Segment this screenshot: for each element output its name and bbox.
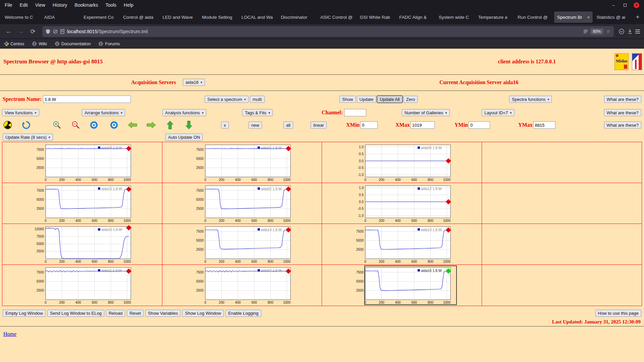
number-of-galleries-dropdown[interactable]: Number of Galleries▾ [402, 109, 450, 116]
reader-mode-icon[interactable] [583, 29, 588, 34]
browser-tab-14[interactable]: Spectrum Br× [554, 11, 593, 23]
bookmark-centos[interactable]: Centos [5, 41, 24, 46]
what-are-these-button[interactable]: What are these? [604, 109, 641, 116]
what-are-these-button[interactable]: What are these? [604, 96, 641, 103]
gallery-cell-aida14[interactable]: 25005000750002004006008001000aida14 1.8.… [162, 224, 322, 265]
new-tab-button[interactable]: + [633, 12, 643, 22]
bookmark-forums[interactable]: Forums [99, 41, 120, 46]
arrange-functions-dropdown[interactable]: Arrange functions▾ [82, 109, 125, 116]
spectrum-chart-aida11[interactable]: 25005000750002004006008001000aida11 1.8.… [27, 265, 138, 305]
new-button[interactable]: new [249, 122, 262, 129]
empty-log-window-button[interactable]: Empty Log Window [3, 310, 46, 317]
xmin-input[interactable] [360, 121, 378, 129]
browser-tab-6[interactable]: LOCAL and Wa [238, 11, 277, 23]
shield-icon[interactable] [46, 29, 50, 34]
menu-history[interactable]: History [53, 2, 67, 8]
send-log-window-to-elog-button[interactable]: Send Log Window to ELog [47, 310, 104, 317]
gallery-cell-aida10[interactable]: 2500500075001000002004006008001000aida10… [2, 224, 162, 265]
spectrum-chart-aida10[interactable]: 2500500075001000002004006008001000aida10… [27, 225, 138, 264]
update-rate-dropdown[interactable]: Update Rate (8 secs)▾ [3, 134, 53, 141]
browser-tab-5[interactable]: Module Setting [199, 11, 238, 23]
all-button[interactable]: all [283, 122, 293, 129]
update-button[interactable]: Update [357, 96, 376, 103]
maximize-button[interactable] [622, 3, 628, 8]
expand-y-icon[interactable] [90, 121, 98, 129]
menu-bookmarks[interactable]: Bookmarks [74, 2, 98, 8]
shrink-y-icon[interactable] [110, 121, 118, 129]
browser-tab-4[interactable]: LED and Wave [160, 11, 199, 23]
spectrum-chart-aida02[interactable]: 25005000750002004006008001000aida02 1.8.… [186, 184, 297, 223]
gallery-cell-aida05[interactable]: -1.0-0.50.00.51.002004006008001000aida05… [322, 142, 482, 183]
menu-file[interactable]: File [5, 2, 12, 8]
back-button[interactable]: ← [4, 27, 13, 36]
spectrum-chart-aida01[interactable]: 25005000750002004006008001000aida01 1.8.… [186, 143, 297, 182]
download-icon[interactable] [627, 29, 633, 34]
show-button[interactable]: Show [339, 96, 356, 103]
close-button[interactable]: × [634, 2, 639, 8]
tab-close-icon[interactable]: × [585, 15, 590, 20]
select-a-spectrum-dropdown[interactable]: Select a spectrum▾ [205, 96, 249, 103]
browser-tab-15[interactable]: Statistics @ ai [593, 11, 632, 23]
spectrum-chart-aida14[interactable]: 25005000750002004006008001000aida14 1.8.… [186, 225, 297, 264]
gallery-cell-aida13[interactable]: 25005000750002004006008001000aida13 1.8.… [322, 224, 482, 265]
spectrum-chart-aida12[interactable]: -1.0-0.50.00.51.002004006008001000aida12… [346, 184, 457, 223]
gallery-cell-aida15[interactable]: 25005000750002004006008001000aida15 1.8.… [2, 183, 162, 224]
gallery-cell-aida07[interactable]: 25005000750002004006008001000aida07 1.8.… [162, 265, 322, 306]
auto-update-button[interactable]: Auto Update ON [165, 134, 203, 141]
spectrum-chart-aida15[interactable]: 25005000750002004006008001000aida15 1.8.… [27, 184, 138, 223]
linear-button[interactable]: linear [311, 122, 327, 129]
view-functions-dropdown[interactable]: View functions▾ [2, 109, 39, 116]
browser-tab-13[interactable]: Run Control @ [515, 11, 553, 23]
spectrum-chart-aida09[interactable]: 25005000750002004006008001000aida09 1.8.… [27, 143, 138, 182]
gallery-cell-aida12[interactable]: -1.0-0.50.00.51.002004006008001000aida12… [322, 183, 482, 224]
tags-fits-dropdown[interactable]: Tags & Fits▾ [242, 109, 273, 116]
blocked-icon[interactable] [53, 29, 58, 34]
menu-hamburger-icon[interactable] [635, 29, 640, 34]
menu-tools[interactable]: Tools [105, 2, 116, 8]
home-link[interactable]: Home [3, 331, 16, 337]
how-to-use-button[interactable]: How to use this page [595, 310, 641, 317]
gallery-cell-aida16[interactable]: 25005000750002004006008001000aida16 1.8.… [322, 265, 482, 306]
page-icon[interactable] [60, 29, 64, 34]
reload-button[interactable]: Reload [106, 310, 125, 317]
minimize-button[interactable]: – [611, 3, 616, 8]
acquisition-server-select[interactable]: aida16▾ [183, 79, 205, 86]
browser-tab-9[interactable]: GSI White Rab [357, 11, 396, 23]
gallery-cell-aida11[interactable]: 25005000750002004006008001000aida11 1.8.… [2, 265, 162, 306]
url-bar[interactable]: localhost:8015/Spectrum/Spectrum.tml 80%… [42, 26, 614, 37]
scroll-left-icon[interactable] [128, 122, 137, 128]
spectrum-chart-aida05[interactable]: -1.0-0.50.00.51.002004006008001000aida05… [346, 143, 457, 182]
xmax-input[interactable] [411, 121, 435, 129]
show-variables-button[interactable]: Show Variables [145, 310, 180, 317]
forward-button[interactable]: → [16, 27, 25, 36]
analysis-functions-dropdown[interactable]: Analysis functions▾ [162, 109, 206, 116]
gallery-cell-aida01[interactable]: 25005000750002004006008001000aida01 1.8.… [162, 142, 322, 183]
refresh-swirl-icon[interactable] [22, 121, 31, 129]
spectrum-name-input[interactable] [43, 96, 131, 103]
ymin-input[interactable] [469, 121, 490, 129]
bookmark-wiki[interactable]: Wiki [32, 41, 47, 46]
layout-id-dropdown[interactable]: Layout ID=7▾ [482, 109, 515, 116]
zoom-out-icon[interactable] [71, 121, 80, 129]
ymax-input[interactable] [533, 121, 555, 129]
zoom-level-badge[interactable]: 80% [591, 28, 603, 35]
channel-input[interactable] [344, 109, 366, 116]
menu-view[interactable]: View [35, 2, 45, 8]
bookmark-documentation[interactable]: Documentation [55, 41, 91, 46]
gallery-cell-aida02[interactable]: 25005000750002004006008001000aida02 1.8.… [162, 183, 322, 224]
browser-tab-11[interactable]: System wide C [436, 11, 475, 23]
update-all-button[interactable]: Update All [377, 96, 402, 103]
bookmark-star-icon[interactable]: ☆ [606, 28, 610, 35]
reset-button[interactable]: Reset [127, 310, 144, 317]
browser-tab-10[interactable]: FADC Align & [396, 11, 435, 23]
multi-button[interactable]: multi [250, 96, 264, 103]
show-log-window-button[interactable]: Show Log Window [182, 310, 224, 317]
browser-tab-1[interactable]: AIDA [41, 11, 80, 23]
radiation-icon[interactable] [3, 121, 12, 129]
url-text[interactable]: localhost:8015/Spectrum/Spectrum.tml [67, 29, 148, 34]
browser-tab-0[interactable]: Welcome to C [2, 11, 41, 23]
scroll-right-icon[interactable] [147, 122, 156, 128]
spectra-functions-dropdown[interactable]: Spectra functions▾ [509, 96, 552, 103]
spectrum-chart-aida07[interactable]: 25005000750002004006008001000aida07 1.8.… [186, 265, 297, 305]
scroll-up-icon[interactable] [167, 121, 173, 129]
